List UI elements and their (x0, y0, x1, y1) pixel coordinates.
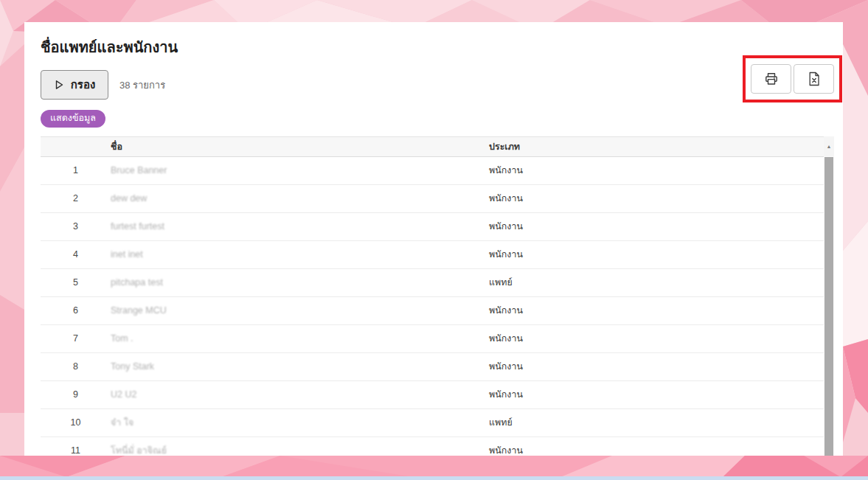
row-index: 9 (41, 380, 111, 408)
row-type: พนักงาน (489, 352, 824, 380)
row-type: พนักงาน (489, 380, 824, 408)
row-index: 5 (41, 268, 111, 296)
table-row[interactable]: 1 Bruce Banner พนักงาน (41, 156, 824, 184)
row-type: พนักงาน (489, 296, 824, 324)
row-name: โทนี่มั่ อาจิณย์ (111, 436, 489, 456)
row-name: dew dew (111, 184, 489, 212)
table-header-row: ชื่อ ประเภท (41, 136, 824, 156)
table-row[interactable]: 3 furtest furtest พนักงาน (41, 212, 824, 240)
row-index: 8 (41, 352, 111, 380)
table-area: ชื่อ ประเภท 1 Bruce Banner พนักงาน 2 dew… (41, 136, 834, 456)
row-type: พนักงาน (489, 212, 824, 240)
row-type: พนักงาน (489, 436, 824, 456)
row-name: จ๋า ใจ (111, 408, 489, 436)
table-row[interactable]: 5 pitchapa test แพทย์ (41, 268, 824, 296)
row-name: furtest furtest (111, 212, 489, 240)
filter-play-icon (54, 80, 64, 90)
row-index: 11 (41, 436, 111, 456)
page-title: ชื่อแพทย์และพนักงาน (41, 35, 843, 59)
scrollbar-thumb[interactable] (824, 157, 833, 456)
row-type: พนักงาน (489, 156, 824, 184)
row-name: pitchapa test (111, 268, 489, 296)
excel-file-icon (808, 72, 821, 86)
row-type: พนักงาน (489, 240, 824, 268)
row-name: Strange MCU (111, 296, 489, 324)
row-name: U2 U2 (111, 380, 489, 408)
table-row[interactable]: 8 Tony Stark พนักงาน (41, 352, 824, 380)
filter-button[interactable]: กรอง (41, 70, 108, 100)
items-count: 38 รายการ (119, 77, 165, 93)
row-index: 1 (41, 156, 111, 184)
header-type[interactable]: ประเภท (489, 136, 824, 156)
table-scrollbar[interactable]: ▲ (824, 136, 834, 456)
print-button[interactable] (751, 64, 791, 94)
table-row[interactable]: 4 inet inet พนักงาน (41, 240, 824, 268)
row-index: 6 (41, 296, 111, 324)
row-type: พนักงาน (489, 184, 824, 212)
row-name: Tony Stark (111, 352, 489, 380)
scroll-up-icon[interactable]: ▲ (824, 136, 834, 156)
export-excel-button[interactable] (794, 64, 834, 94)
show-data-badge[interactable]: แสดงข้อมูล (41, 110, 105, 128)
printer-icon (764, 72, 779, 86)
row-type: แพทย์ (489, 408, 824, 436)
row-type: พนักงาน (489, 324, 824, 352)
table-body: 1 Bruce Banner พนักงาน 2 dew dew พนักงาน… (41, 156, 824, 456)
row-index: 7 (41, 324, 111, 352)
row-index: 2 (41, 184, 111, 212)
table-row[interactable]: 6 Strange MCU พนักงาน (41, 296, 824, 324)
staff-table: ชื่อ ประเภท 1 Bruce Banner พนักงาน 2 dew… (41, 136, 824, 456)
row-name: Bruce Banner (111, 156, 489, 184)
row-index: 3 (41, 212, 111, 240)
table-row[interactable]: 7 Tom . พนักงาน (41, 324, 824, 352)
table-row[interactable]: 9 U2 U2 พนักงาน (41, 380, 824, 408)
row-index: 10 (41, 408, 111, 436)
header-index (41, 136, 111, 156)
table-row[interactable]: 2 dew dew พนักงาน (41, 184, 824, 212)
table-row[interactable]: 10 จ๋า ใจ แพทย์ (41, 408, 824, 436)
row-index: 4 (41, 240, 111, 268)
toolbar-row: กรอง 38 รายการ (41, 70, 843, 100)
row-type: แพทย์ (489, 268, 824, 296)
filter-button-label: กรอง (71, 76, 95, 94)
row-name: Tom . (111, 324, 489, 352)
content-card: ชื่อแพทย์และพนักงาน กรอง 38 รายการ แสดงข… (24, 22, 843, 456)
table-row[interactable]: 11 โทนี่มั่ อาจิณย์ พนักงาน (41, 436, 824, 456)
row-name: inet inet (111, 240, 489, 268)
annotation-red-box (743, 55, 842, 102)
header-name[interactable]: ชื่อ (111, 136, 489, 156)
